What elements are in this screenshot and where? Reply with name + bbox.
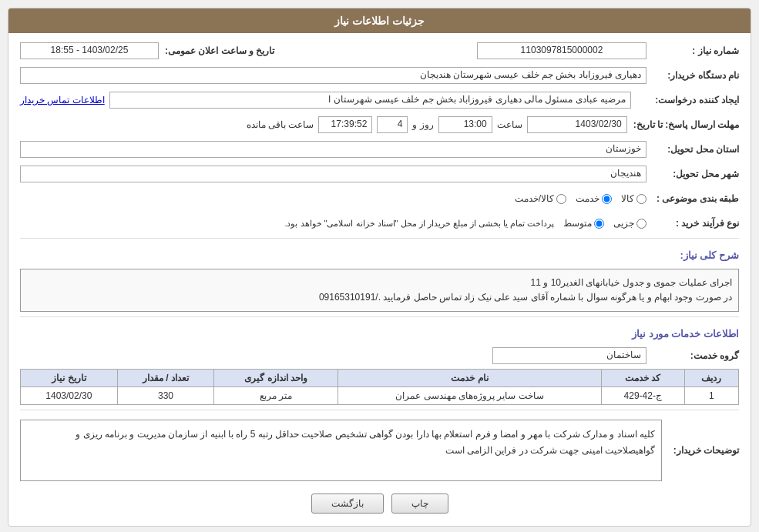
- category-option-kala[interactable]: کالا: [621, 193, 646, 204]
- buyer-org-label: نام دستگاه خریدار:: [646, 70, 739, 81]
- service-group-row: گروه خدمت: ساختمان: [20, 347, 739, 364]
- province-row: استان محل تحویل: خوزستان: [20, 139, 739, 159]
- category-label-khedmat: خدمت: [576, 193, 599, 204]
- category-label: طبقه بندی موضوعی :: [646, 193, 739, 204]
- category-radio-group: کالا خدمت کالا/خدمت: [20, 193, 646, 204]
- col-header-name: نام خدمت: [338, 370, 601, 387]
- description-line1: اجرای عملیات جموی و جدول خیابانهای الغدی…: [27, 276, 732, 290]
- cell-date-0: 1403/02/30: [21, 387, 118, 405]
- category-label-kala-khedmat: کالا/خدمت: [515, 193, 554, 204]
- services-table-body: 1 ج-42-429 ساخت سایر پروژه‌های مهندسی عم…: [21, 387, 739, 405]
- deadline-time-label: ساعت: [497, 119, 522, 130]
- purchase-label-jozi: جزیی: [613, 218, 634, 229]
- deadline-date: 1403/02/30: [527, 116, 627, 133]
- page-wrapper: جزئیات اطلاعات نیاز شماره نیاز : 1103097…: [0, 0, 759, 532]
- cell-row-0: 1: [684, 387, 738, 405]
- category-radio-kala[interactable]: [636, 194, 646, 204]
- category-row: طبقه بندی موضوعی : کالا خدمت کالا/خدمت: [20, 189, 739, 209]
- col-header-unit: واحد اندازه گیری: [214, 370, 338, 387]
- services-section-header: اطلاعات خدمات مورد نیاز: [20, 322, 739, 343]
- purchase-type-radio-group: جزیی متوسط پرداخت تمام یا بخشی از مبلغ خ…: [20, 218, 646, 229]
- category-radio-khedmat[interactable]: [602, 194, 612, 204]
- services-table-header-row: ردیف کد خدمت نام خدمت واحد اندازه گیری ت…: [21, 370, 739, 387]
- purchase-type-label: نوع فرآیند خرید :: [646, 218, 739, 229]
- province-label: استان محل تحویل:: [646, 144, 739, 155]
- city-row: شهر محل تحویل: هندیجان: [20, 164, 739, 184]
- creator-row: ایجاد کننده درخواست: مرضیه عبادی مسئول م…: [20, 90, 739, 110]
- province-value: خوزستان: [20, 141, 646, 158]
- service-group-label: گروه خدمت:: [646, 350, 739, 361]
- services-section-title: اطلاعات خدمات مورد نیاز: [632, 328, 739, 340]
- card-header: جزئیات اطلاعات نیاز: [8, 8, 751, 33]
- description-section-title: شرح کلی نیاز:: [680, 249, 739, 261]
- city-label: شهر محل تحویل:: [646, 169, 739, 179]
- notes-label: توضیحات خریدار:: [662, 445, 739, 456]
- category-radio-kala-khedmat[interactable]: [556, 194, 566, 204]
- purchase-type-row: نوع فرآیند خرید : جزیی متوسط پرداخت تمام…: [20, 213, 739, 233]
- announcement-value: 1403/02/25 - 18:55: [20, 42, 159, 59]
- main-card: جزئیات اطلاعات نیاز شماره نیاز : 1103097…: [8, 8, 751, 527]
- cell-qty-0: 330: [117, 387, 214, 405]
- description-box: اجرای عملیات جموی و جدول خیابانهای الغدی…: [20, 269, 739, 312]
- purchase-radio-jozi[interactable]: [636, 219, 646, 229]
- col-header-date: تاریخ نیاز: [21, 370, 118, 387]
- col-header-qty: تعداد / مقدار: [117, 370, 214, 387]
- deadline-remain: 17:39:52: [318, 116, 372, 133]
- notes-row: توضیحات خریدار: کلیه اسناد و مدارک شرکت …: [20, 415, 739, 486]
- description-section-header: شرح کلی نیاز:: [20, 243, 739, 264]
- purchase-type-note: پرداخت تمام یا بخشی از مبلغ خریدار از مح…: [284, 219, 554, 229]
- deadline-label: مهلت ارسال پاسخ: تا تاریخ:: [627, 119, 739, 130]
- need-number-row: شماره نیاز : 1103097815000002 تاریخ و سا…: [20, 41, 739, 61]
- announcement-label: تاریخ و ساعت اعلان عمومی:: [159, 45, 274, 56]
- deadline-row: مهلت ارسال پاسخ: تا تاریخ: 1403/02/30 سا…: [20, 115, 739, 135]
- back-button[interactable]: بازگشت: [311, 494, 384, 514]
- purchase-label-motevaset: متوسط: [563, 218, 592, 229]
- description-line2: در صورت وجود ابهام و یا هرگونه سوال با ش…: [27, 290, 732, 305]
- category-option-kala-khedmat[interactable]: کالا/خدمت: [515, 193, 566, 204]
- deadline-time: 13:00: [438, 116, 492, 133]
- deadline-days: 4: [377, 116, 408, 133]
- purchase-option-jozi[interactable]: جزیی: [613, 218, 646, 229]
- need-number-value: 1103097815000002: [477, 42, 646, 59]
- cell-code-0: ج-42-429: [601, 387, 684, 405]
- buttons-row: چاپ بازگشت: [20, 494, 739, 514]
- table-row: 1 ج-42-429 ساخت سایر پروژه‌های مهندسی عم…: [21, 387, 739, 405]
- need-number-label: شماره نیاز :: [646, 45, 739, 56]
- card-body: شماره نیاز : 1103097815000002 تاریخ و سا…: [8, 33, 751, 526]
- creator-label: ایجاد کننده درخواست:: [631, 95, 739, 105]
- cell-name-0: ساخت سایر پروژه‌های مهندسی عمران: [338, 387, 601, 405]
- deadline-day-label: روز و: [412, 119, 433, 130]
- creator-value: مرضیه عبادی مسئول مالی دهیاری فیروزاباد …: [109, 92, 631, 109]
- col-header-row: ردیف: [684, 370, 738, 387]
- col-header-code: کد خدمت: [601, 370, 684, 387]
- print-button[interactable]: چاپ: [391, 494, 448, 514]
- page-title: جزئیات اطلاعات نیاز: [334, 15, 425, 27]
- cell-unit-0: متر مربع: [214, 387, 338, 405]
- divider-3: [20, 410, 739, 410]
- category-option-khedmat[interactable]: خدمت: [576, 193, 612, 204]
- buyer-org-value: دهیاری فیروزاباد بخش جم خلف عیسی شهرستان…: [20, 67, 646, 84]
- city-value: هندیجان: [20, 166, 646, 182]
- notes-text: کلیه اسناد و مدارک شرکت با مهر و امضا و …: [20, 420, 662, 481]
- deadline-fields: 1403/02/30 ساعت 13:00 روز و 4 17:39:52 س…: [20, 116, 627, 133]
- creator-contact-link[interactable]: اطلاعات تماس خریدار: [20, 95, 105, 105]
- buyer-org-row: نام دستگاه خریدار: دهیاری فیروزاباد بخش …: [20, 65, 739, 85]
- divider-1: [20, 238, 739, 239]
- category-label-kala: کالا: [621, 193, 634, 204]
- service-group-value: ساختمان: [492, 347, 646, 364]
- deadline-remain-label: ساعت باقی مانده: [247, 119, 314, 130]
- services-table: ردیف کد خدمت نام خدمت واحد اندازه گیری ت…: [20, 369, 739, 405]
- purchase-radio-motevaset[interactable]: [594, 219, 604, 229]
- divider-2: [20, 316, 739, 317]
- purchase-option-motevaset[interactable]: متوسط: [563, 218, 604, 229]
